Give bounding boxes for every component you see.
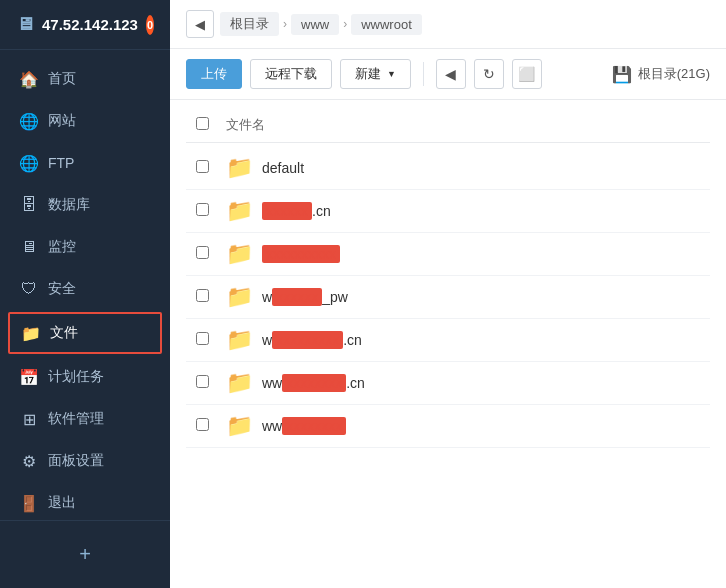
row-checkbox[interactable] [196,289,209,302]
terminal-button[interactable]: ⬜ [512,59,542,89]
breadcrumb-bar: ◀ 根目录 › www › wwwroot [170,0,726,49]
monitor-icon: 🖥 [20,238,38,256]
disk-label: 根目录(21G) [638,65,710,83]
back-button[interactable]: ◀ [436,59,466,89]
schedule-icon: 📅 [20,368,38,386]
logout-icon: 🚪 [20,494,38,512]
row-checkbox-col [196,245,226,263]
file-name: xxxxxx.cn [262,203,700,219]
folder-icon: 📁 [226,370,262,396]
upload-button[interactable]: 上传 [186,59,242,89]
sidebar-footer: + [0,520,170,588]
sidebar-item-ftp-label: FTP [48,155,74,171]
sidebar-item-ftp[interactable]: 🌐 FTP [0,142,170,184]
sidebar-item-home-label: 首页 [48,70,76,88]
row-checkbox[interactable] [196,160,209,173]
sidebar-item-panel-settings[interactable]: ⚙ 面板设置 [0,440,170,482]
sidebar-item-schedule[interactable]: 📅 计划任务 [0,356,170,398]
row-checkbox-col [196,374,226,392]
toolbar-disk-info: 💾 根目录(21G) [612,65,710,84]
sidebar-header: 🖥 47.52.142.123 0 [0,0,170,50]
row-checkbox[interactable] [196,418,209,431]
sidebar-item-home[interactable]: 🏠 首页 [0,58,170,100]
table-row[interactable]: 📁 xxxxxx.cn [186,190,710,233]
remote-download-button[interactable]: 远程下载 [250,59,332,89]
sidebar-item-files-label: 文件 [50,324,78,342]
sidebar-item-panel-settings-label: 面板设置 [48,452,104,470]
folder-icon: 📁 [226,284,262,310]
breadcrumb-sep-1: › [283,17,287,31]
file-list: 文件名 📁 default 📁 xxxxxx.cn [170,100,726,588]
file-name: default [262,160,700,176]
row-checkbox-col [196,202,226,220]
table-row[interactable]: 📁 wwxxxxxxxx [186,405,710,448]
breadcrumb-item-wwwroot[interactable]: wwwroot [351,14,422,35]
refresh-button[interactable]: ↻ [474,59,504,89]
table-row[interactable]: 📁 wxxxxxxxxx.cn [186,319,710,362]
folder-icon: 📁 [226,155,262,181]
folder-icon: 📁 [226,327,262,353]
header-filename: 文件名 [226,116,265,134]
home-icon: 🏠 [20,70,38,88]
file-icon: 📁 [22,324,40,342]
sidebar-item-logout[interactable]: 🚪 退出 [0,482,170,520]
sidebar-item-logout-label: 退出 [48,494,76,512]
file-name: xxxxxxxxxx [262,246,700,262]
row-checkbox[interactable] [196,332,209,345]
database-icon: 🗄 [20,196,38,214]
gear-icon: ⚙ [20,452,38,470]
new-button[interactable]: 新建 [340,59,411,89]
breadcrumb-item-root[interactable]: 根目录 [220,12,279,36]
notification-badge: 0 [146,15,154,35]
breadcrumb-back-button[interactable]: ◀ [186,10,214,38]
file-name: wwxxxxxxxx.cn [262,375,700,391]
folder-icon: 📁 [226,198,262,224]
table-row[interactable]: 📁 default [186,147,710,190]
website-icon: 🌐 [20,112,38,130]
server-icon: 🖥 [16,14,34,35]
sidebar-item-monitor-label: 监控 [48,238,76,256]
toolbar: 上传 远程下载 新建 ◀ ↻ ⬜ 💾 根目录(21G) [170,49,726,100]
sidebar-item-security-label: 安全 [48,280,76,298]
add-button[interactable]: + [0,533,170,576]
row-checkbox[interactable] [196,203,209,216]
breadcrumb-item-www[interactable]: www [291,14,339,35]
sidebar-item-schedule-label: 计划任务 [48,368,104,386]
sidebar-nav: 🏠 首页 🌐 网站 🌐 FTP 🗄 数据库 🖥 监控 🛡 安全 📁 文件 📅 [0,50,170,520]
row-checkbox-col [196,331,226,349]
row-checkbox-col [196,159,226,177]
breadcrumb-sep-2: › [343,17,347,31]
shield-icon: 🛡 [20,280,38,298]
select-all-checkbox[interactable] [196,117,209,130]
row-checkbox-col [196,288,226,306]
table-row[interactable]: 📁 wwxxxxxxxx.cn [186,362,710,405]
sidebar-item-files[interactable]: 📁 文件 [8,312,162,354]
server-address: 47.52.142.123 [42,16,138,33]
sidebar-item-website-label: 网站 [48,112,76,130]
toolbar-divider-1 [423,62,424,86]
table-row[interactable]: 📁 wxxxxxx_pw [186,276,710,319]
folder-icon: 📁 [226,241,262,267]
main-content: ◀ 根目录 › www › wwwroot 上传 远程下载 新建 ◀ ↻ ⬜ 💾… [170,0,726,588]
row-checkbox[interactable] [196,246,209,259]
software-icon: ⊞ [20,410,38,428]
breadcrumb: 根目录 › www › wwwroot [220,12,422,36]
sidebar-item-security[interactable]: 🛡 安全 [0,268,170,310]
table-row[interactable]: 📁 xxxxxxxxxx [186,233,710,276]
row-checkbox[interactable] [196,375,209,388]
sidebar-item-software-label: 软件管理 [48,410,104,428]
file-name: wwxxxxxxxx [262,418,700,434]
sidebar-item-database[interactable]: 🗄 数据库 [0,184,170,226]
file-list-header: 文件名 [186,108,710,143]
sidebar-item-monitor[interactable]: 🖥 监控 [0,226,170,268]
file-name: wxxxxxx_pw [262,289,700,305]
sidebar: 🖥 47.52.142.123 0 🏠 首页 🌐 网站 🌐 FTP 🗄 数据库 … [0,0,170,588]
file-name: wxxxxxxxxx.cn [262,332,700,348]
sidebar-item-database-label: 数据库 [48,196,90,214]
folder-icon: 📁 [226,413,262,439]
sidebar-item-software[interactable]: ⊞ 软件管理 [0,398,170,440]
row-checkbox-col [196,417,226,435]
sidebar-item-website[interactable]: 🌐 网站 [0,100,170,142]
header-checkbox-col [196,116,226,134]
disk-icon: 💾 [612,65,632,84]
